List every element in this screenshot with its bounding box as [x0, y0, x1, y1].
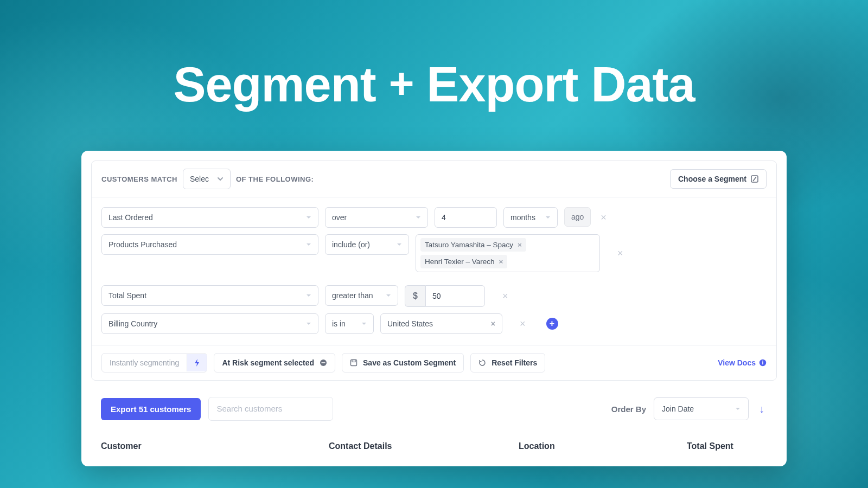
reset-label: Reset Filters [492, 358, 537, 367]
svg-rect-3 [351, 360, 357, 366]
hero-title: Segment + Export Data [0, 0, 868, 113]
segment-icon [751, 175, 758, 183]
product-tag-label: Tatsuro Yamashita – Spacy [425, 241, 513, 249]
svg-point-7 [762, 361, 763, 362]
field-select[interactable]: Billing Country [101, 313, 318, 334]
field-value: Total Spent [108, 291, 146, 300]
of-following-label: OF THE FOLLOWING: [236, 175, 314, 183]
number-input[interactable] [435, 207, 497, 228]
search-customers-input[interactable] [208, 397, 333, 421]
caret-down-icon [735, 406, 741, 412]
operator-select[interactable]: include (or) [325, 234, 409, 255]
operator-value: include (or) [332, 240, 370, 249]
export-button-label: Export 51 customers [111, 404, 191, 414]
remove-filter-icon[interactable]: × [516, 315, 529, 333]
view-docs-link[interactable]: View Docs [718, 358, 767, 367]
field-value: Last Ordered [108, 213, 153, 222]
segment-card: CUSTOMERS MATCH Selec OF THE FOLLOWING: … [81, 151, 787, 466]
remove-tag-icon[interactable]: × [499, 258, 503, 266]
at-risk-segment-button[interactable]: At Risk segment selected [214, 353, 335, 373]
caret-down-icon [416, 215, 421, 220]
product-tag: Henri Texier – Varech × [420, 255, 507, 268]
caret-down-icon [397, 242, 402, 247]
info-icon [759, 359, 767, 367]
operator-value: greater than [332, 291, 373, 300]
instant-segment-pill: Instantly segmenting [101, 353, 207, 373]
customers-match-label: CUSTOMERS MATCH [101, 175, 177, 183]
caret-down-icon [306, 293, 311, 298]
reset-icon [478, 359, 486, 367]
hero-part2: Export Data [426, 57, 694, 112]
remove-filter-icon[interactable]: × [597, 209, 610, 227]
operator-select[interactable]: greater than [325, 285, 398, 306]
order-by-value: Join Date [662, 404, 694, 413]
save-custom-segment-button[interactable]: Save as Custom Segment [342, 353, 464, 373]
unit-select[interactable]: months [503, 207, 558, 228]
order-by-label: Order By [611, 404, 646, 414]
remove-tag-icon[interactable]: × [491, 319, 495, 328]
svg-rect-2 [322, 362, 326, 363]
number-value[interactable] [442, 213, 490, 222]
match-type-select[interactable]: Selec [183, 169, 231, 189]
remove-filter-icon[interactable]: × [499, 287, 512, 305]
amount-value[interactable] [432, 292, 478, 300]
amount-input[interactable] [425, 285, 485, 307]
caret-down-icon [545, 215, 551, 220]
match-type-value: Selec [190, 175, 209, 183]
filter-row-country: Billing Country is in United States × × … [101, 313, 767, 334]
hero-plus: + [389, 59, 414, 107]
minus-circle-icon [320, 359, 327, 367]
save-icon [350, 359, 358, 367]
column-customer: Customer [101, 441, 318, 451]
at-risk-label: At Risk segment selected [222, 358, 314, 367]
caret-down-icon [361, 321, 367, 326]
table-header: Customer Contact Details Location Total … [91, 432, 777, 466]
instant-label: Instantly segmenting [102, 354, 187, 372]
country-value: United States [387, 319, 433, 328]
product-tag-label: Henri Texier – Varech [425, 258, 495, 266]
search-field[interactable] [216, 404, 325, 413]
field-select[interactable]: Products Purchased [101, 234, 318, 255]
product-tag: Tatsuro Yamashita – Spacy × [420, 238, 526, 252]
filter-row-products: Products Purchased include (or) Tatsuro … [101, 234, 767, 272]
field-select[interactable]: Last Ordered [101, 207, 318, 228]
chevron-down-icon [217, 176, 224, 182]
products-tag-input[interactable]: Tatsuro Yamashita – Spacy × Henri Texier… [416, 234, 600, 272]
choose-segment-button[interactable]: Choose a Segment [670, 169, 767, 189]
country-input[interactable]: United States × [380, 313, 502, 334]
field-value: Products Purchased [108, 240, 177, 249]
svg-rect-4 [352, 360, 355, 362]
column-contact: Contact Details [329, 441, 508, 451]
field-value: Billing Country [108, 319, 157, 328]
segment-builder: CUSTOMERS MATCH Selec OF THE FOLLOWING: … [91, 160, 777, 381]
caret-down-icon [386, 293, 391, 298]
unit-value: months [510, 213, 535, 222]
svg-rect-6 [762, 362, 763, 364]
sort-direction-button[interactable]: ↓ [756, 403, 767, 415]
hero-part1: Segment [174, 57, 376, 112]
column-location: Location [519, 441, 676, 451]
currency-symbol: $ [405, 285, 425, 307]
add-filter-button[interactable]: + [546, 318, 558, 330]
export-bar: Export 51 customers Order By Join Date ↓ [91, 381, 777, 432]
operator-select[interactable]: is in [325, 313, 374, 334]
bolt-icon[interactable] [187, 354, 207, 371]
operator-value: over [332, 213, 347, 222]
caret-down-icon [306, 242, 311, 247]
export-button[interactable]: Export 51 customers [101, 398, 201, 420]
ago-chip: ago [564, 207, 591, 227]
field-select[interactable]: Total Spent [101, 285, 318, 306]
view-docs-label: View Docs [718, 358, 756, 367]
segment-footer: Instantly segmenting At Risk segment sel… [92, 345, 776, 380]
remove-tag-icon[interactable]: × [518, 241, 522, 249]
column-total-spent: Total Spent [687, 441, 767, 451]
operator-value: is in [332, 319, 346, 328]
filter-row-last-ordered: Last Ordered over months ago × [101, 207, 767, 228]
remove-filter-icon[interactable]: × [614, 245, 627, 262]
reset-filters-button[interactable]: Reset Filters [470, 353, 545, 373]
order-by-select[interactable]: Join Date [654, 397, 749, 420]
save-custom-label: Save as Custom Segment [363, 358, 456, 367]
choose-segment-label: Choose a Segment [678, 175, 746, 183]
caret-down-icon [306, 321, 311, 326]
operator-select[interactable]: over [325, 207, 428, 228]
